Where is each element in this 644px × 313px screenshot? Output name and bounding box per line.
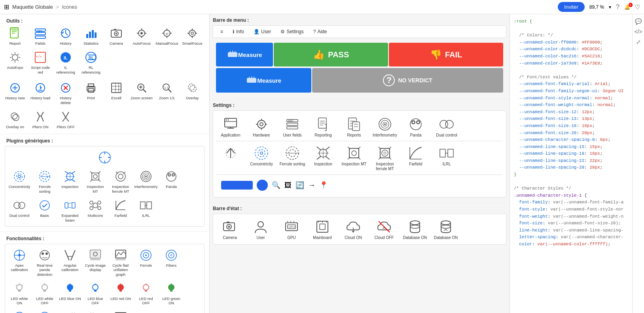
plugin-inspection[interactable]: Inspection bbox=[58, 168, 82, 195]
tool-manualfocus[interactable]: M ManualFocus bbox=[155, 25, 179, 47]
tool-autofocus[interactable]: AutoFocus bbox=[130, 25, 153, 47]
menu-hamburger[interactable]: ≡ bbox=[216, 27, 227, 36]
fonct-cycle-flat[interactable]: Cycle flat/ unflatten graph bbox=[109, 247, 133, 278]
tool-overlayon[interactable]: Overlay on bbox=[3, 108, 27, 131]
verdict-fail[interactable]: 👎 FAIL bbox=[389, 43, 503, 66]
plugin-expanded-beam[interactable]: Expanded beam bbox=[58, 197, 82, 224]
blue-circle-btn[interactable] bbox=[257, 180, 268, 191]
fonct-angular[interactable]: Angular calibration bbox=[58, 247, 82, 278]
fonct-led-white-on[interactable]: LED white ON bbox=[8, 280, 31, 307]
settings-reports[interactable]: Reports bbox=[340, 114, 368, 139]
tool-il-referencing[interactable]: IL IL referencing bbox=[54, 49, 78, 76]
comment-sidebar-icon[interactable]: 💬 bbox=[635, 18, 642, 25]
plugin-dualcontrol[interactable]: Dual control bbox=[8, 197, 31, 224]
tool-smartfocus[interactable]: SmartFocus bbox=[180, 25, 204, 47]
settings-panda[interactable]: Panda bbox=[402, 114, 430, 139]
status-database-on-2[interactable]: Database ON bbox=[432, 216, 460, 242]
settings-farfield[interactable]: Farfield bbox=[402, 143, 430, 173]
settings-ilrl[interactable]: ILRL bbox=[432, 143, 461, 173]
fonct-ferrule[interactable]: Ferrule bbox=[134, 247, 158, 278]
fonct-ferrule-illumination[interactable]: Ferrule illumination bbox=[33, 309, 57, 313]
user-heart-icon[interactable]: ♡ bbox=[635, 4, 640, 11]
status-cloud-off[interactable]: Cloud OFF bbox=[370, 216, 398, 242]
tool-autoexpo[interactable]: AutoExpo bbox=[3, 49, 27, 76]
verdict-measure-2[interactable]: Measure bbox=[216, 68, 311, 93]
expand-sidebar-icon[interactable]: ⤢ bbox=[636, 39, 641, 45]
tool-fields[interactable]: ABC Fields bbox=[28, 25, 52, 47]
search-tool-icon[interactable]: 🔍 bbox=[272, 181, 280, 190]
fonct-fibers[interactable]: Fibers bbox=[159, 247, 183, 278]
fonct-led-red-on[interactable]: LED red ON bbox=[109, 280, 133, 307]
plugin-ilrl[interactable]: ILRL bbox=[134, 197, 158, 224]
settings-userfields[interactable]: ABC User fields bbox=[278, 114, 307, 139]
tool-history[interactable]: History bbox=[54, 25, 78, 47]
settings-inspection-ferrule-mt[interactable]: Inspection ferrule MT bbox=[371, 143, 399, 173]
pin-tool-icon[interactable]: 📍 bbox=[319, 181, 328, 190]
tool-overlay[interactable]: Overlay bbox=[180, 79, 204, 106]
tool-excell[interactable]: Excell bbox=[104, 79, 128, 106]
settings-inspection-mt[interactable]: Inspection MT bbox=[340, 143, 368, 173]
menu-settings[interactable]: ⚙ Settings bbox=[277, 27, 307, 36]
fonct-realtime[interactable]: Real time panda detection bbox=[33, 247, 57, 278]
menu-aide[interactable]: ? Aide bbox=[309, 27, 331, 36]
help-icon[interactable]: ? bbox=[616, 4, 619, 11]
fonct-led-red-off[interactable]: LED red OFF bbox=[134, 280, 158, 307]
settings-ferrule-sorting[interactable]: Ferrule sorting bbox=[278, 143, 307, 173]
plugin-interferometry[interactable]: Interferometry bbox=[134, 168, 158, 195]
fonct-fiber-illumination[interactable]: Fiber illumination bbox=[8, 309, 31, 313]
verdict-measure-1[interactable]: Measure bbox=[216, 43, 273, 66]
status-cloud-on[interactable]: Cloud ON bbox=[339, 216, 367, 242]
tool-historynew[interactable]: History new bbox=[3, 79, 27, 106]
tool-historydelete[interactable]: History delete bbox=[54, 79, 78, 106]
tool-statistics[interactable]: Statistics bbox=[79, 25, 103, 47]
tool-pliers-on[interactable]: Pliers ON bbox=[28, 108, 52, 131]
plugin-inspection-mt[interactable]: Inspection MT bbox=[83, 168, 107, 195]
menu-info[interactable]: ℹ Info bbox=[229, 27, 248, 36]
arrow-tool-icon[interactable]: → bbox=[308, 181, 315, 190]
plugin-farfield[interactable]: Farfield bbox=[109, 197, 133, 224]
plugin-ferrule-sorting[interactable]: Ferrule sorting bbox=[33, 168, 57, 195]
tool-scriptcode[interactable]: </> Script code red bbox=[28, 49, 52, 76]
verdict-pass[interactable]: 👍 PASS bbox=[274, 43, 388, 66]
plugin-concentricity-top[interactable] bbox=[93, 149, 117, 166]
image-tool-icon[interactable]: 🖼 bbox=[284, 181, 292, 190]
status-database-on-1[interactable]: Database ON bbox=[401, 216, 429, 242]
plugin-panda[interactable]: Panda bbox=[159, 168, 183, 195]
blue-rect-btn[interactable] bbox=[221, 181, 253, 190]
tool-zoom1[interactable]: 1:1 Zoom 1/1 bbox=[155, 79, 179, 106]
tool-zoomscreen[interactable]: Zoom screen bbox=[130, 79, 153, 106]
notification-icon[interactable]: 🔔8 bbox=[624, 4, 630, 10]
fonct-led-blue-off[interactable]: LED blue OFF bbox=[83, 280, 107, 307]
settings-inspection[interactable]: Inspection bbox=[309, 143, 337, 173]
plugin-basic[interactable]: Basic bbox=[33, 197, 57, 224]
fonct-jog-left[interactable]: Jog left bbox=[58, 309, 82, 313]
settings-reporting[interactable]: Reporting bbox=[309, 114, 337, 139]
fonct-apex[interactable]: Apex calibration bbox=[8, 247, 31, 278]
fonct-cycle-image[interactable]: Cycle image display bbox=[83, 247, 107, 278]
plugin-inspection-ferrule-mt[interactable]: Inspection ferrule MT bbox=[109, 168, 133, 195]
fonct-layout-edit[interactable]: Layout edit bbox=[109, 309, 133, 313]
fonct-led-white-off[interactable]: LED white OFF bbox=[33, 280, 57, 307]
status-mainboard[interactable]: Mainboard bbox=[308, 216, 337, 242]
plugin-concentricity[interactable]: Concentricity bbox=[8, 168, 31, 195]
fonct-led-green-on[interactable]: LED green ON bbox=[159, 280, 183, 307]
tool-rl-referencing[interactable]: RL RL referencing bbox=[79, 49, 103, 76]
refresh-tool-icon[interactable]: 🔄 bbox=[295, 181, 304, 190]
tool-report[interactable]: Report bbox=[3, 25, 27, 47]
fonct-led-blue-on[interactable]: LED blue ON bbox=[58, 280, 82, 307]
plugin-multicore[interactable]: Multicore bbox=[83, 197, 107, 224]
status-gpu[interactable]: GPU GPU bbox=[277, 216, 306, 242]
status-user[interactable]: User bbox=[246, 216, 275, 242]
code-sidebar-icon[interactable]: </> bbox=[634, 28, 642, 35]
settings-hardware[interactable]: Hardware bbox=[247, 114, 276, 139]
tool-print[interactable]: Print bbox=[79, 79, 103, 106]
invite-button[interactable]: Inviter bbox=[558, 2, 584, 12]
verdict-no-verdict[interactable]: ? NO VERDICT bbox=[312, 68, 503, 93]
fonct-jog-right[interactable]: Jog right bbox=[83, 309, 107, 313]
tool-pliers-off[interactable]: Pliers OFF bbox=[54, 108, 78, 131]
status-camera[interactable]: Camera bbox=[216, 216, 244, 242]
zoom-chevron-icon[interactable]: ▾ bbox=[609, 4, 611, 10]
settings-application[interactable]: Application bbox=[216, 114, 245, 139]
settings-dual[interactable]: Dual control bbox=[432, 114, 461, 139]
menu-user[interactable]: 👤 User bbox=[250, 27, 275, 36]
